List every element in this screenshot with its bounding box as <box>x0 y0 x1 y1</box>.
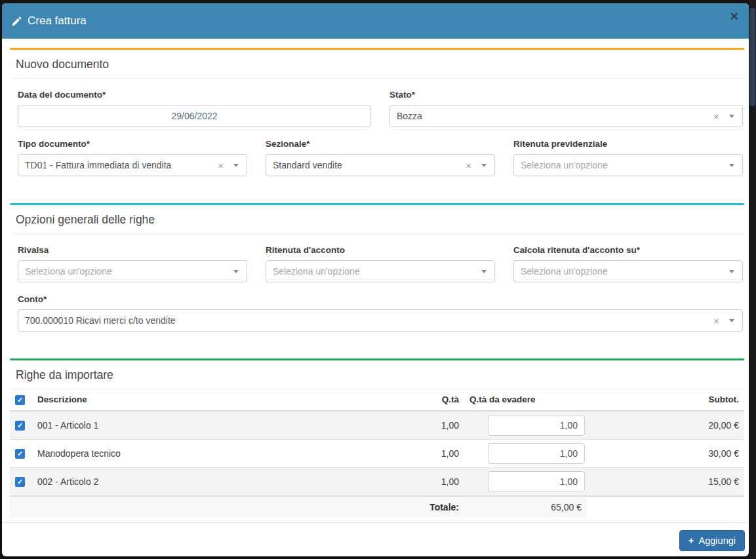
caret-down-icon <box>233 164 239 167</box>
clear-icon[interactable]: × <box>218 161 224 170</box>
row-descrizione: Manodopera tecnico <box>32 439 413 467</box>
clear-icon[interactable]: × <box>466 161 471 170</box>
field-ritenuta-acconto: Ritenuta d'acconto Seleziona un'opzione <box>266 245 495 282</box>
righe-table: ✓ Descrizione Q.tà Q.tà da evadere Subto… <box>10 389 744 518</box>
qta-evadere-input[interactable] <box>488 415 585 436</box>
row-subtot: 30,00 € <box>587 439 744 467</box>
aggiungi-button[interactable]: + Aggiungi <box>679 530 745 551</box>
page-scrollbar-thumb[interactable] <box>749 8 755 106</box>
row-checkbox[interactable]: ✓ <box>15 449 25 459</box>
modal-header: Crea fattura ✕ <box>2 3 749 39</box>
conto-select[interactable]: 700.000010 Ricavi merci c/to vendite × <box>18 309 743 332</box>
row-checkbox[interactable]: ✓ <box>15 477 25 487</box>
caret-down-icon <box>729 164 734 167</box>
row-descrizione: 001 - Articolo 1 <box>32 411 413 440</box>
row-descrizione: 002 - Articolo 2 <box>32 467 413 496</box>
qta-evadere-input[interactable] <box>488 471 585 492</box>
col-header-qta-evadere: Q.tà da evadere <box>464 389 587 411</box>
conto-value: 700.000010 Ricavi merci c/to vendite <box>25 315 713 326</box>
caret-down-icon <box>729 270 734 273</box>
col-header-qta: Q.tà <box>413 389 464 411</box>
stato-label: Stato* <box>389 90 743 100</box>
rivalsa-placeholder: Seleziona un'opzione <box>25 266 233 277</box>
col-header-subtot: Subtot. <box>587 389 744 411</box>
calcola-ritenuta-placeholder: Seleziona un'opzione <box>521 266 729 277</box>
section-nuovo-documento: Nuovo documento Data del documento* Stat… <box>10 48 744 194</box>
section-righe-da-importare: Righe da importare ✓ Descrizione Q.tà Q.… <box>10 358 744 518</box>
sezionale-value: Standard vendite <box>273 160 466 170</box>
caret-down-icon <box>729 319 734 322</box>
col-header-descrizione: Descrizione <box>32 389 413 411</box>
caret-down-icon <box>729 115 734 118</box>
pencil-icon <box>12 16 22 26</box>
totale-label: Totale: <box>10 496 464 518</box>
field-data-documento: Data del documento* <box>18 90 371 127</box>
section-title-opzioni-generali: Opzioni generali delle righe <box>10 205 744 234</box>
section-title-righe: Righe da importare <box>10 360 744 389</box>
row-qta: 1,00 <box>413 411 464 440</box>
caret-down-icon <box>233 270 239 273</box>
clear-icon[interactable]: × <box>713 316 719 326</box>
ritenuta-previdenziale-placeholder: Seleziona un'opzione <box>521 160 729 170</box>
modal-footer: + Aggiungi <box>2 522 749 556</box>
data-documento-input[interactable] <box>18 105 371 127</box>
rivalsa-label: Rivalsa <box>18 245 247 255</box>
modal-title-text: Crea fattura <box>28 14 87 28</box>
sezionale-label: Sezionale* <box>266 139 495 149</box>
select-all-checkbox[interactable]: ✓ <box>15 395 25 405</box>
ritenuta-previdenziale-select[interactable]: Seleziona un'opzione <box>513 154 743 176</box>
row-qta: 1,00 <box>413 467 464 496</box>
stato-select[interactable]: Bozza × <box>389 105 743 127</box>
field-tipo-documento: Tipo documento* TD01 - Fattura immediata… <box>18 139 247 176</box>
totale-value: 65,00 € <box>464 496 587 518</box>
row-subtot: 15,00 € <box>587 467 744 496</box>
field-sezionale: Sezionale* Standard vendite × <box>266 139 495 176</box>
crea-fattura-modal: Crea fattura ✕ Nuovo documento Data del … <box>2 3 749 556</box>
field-calcola-ritenuta: Calcola ritenuta d'acconto su* Seleziona… <box>513 245 743 282</box>
ritenuta-acconto-placeholder: Seleziona un'opzione <box>273 266 481 277</box>
tipo-documento-label: Tipo documento* <box>18 139 247 149</box>
caret-down-icon <box>481 270 487 273</box>
ritenuta-acconto-select[interactable]: Seleziona un'opzione <box>266 260 495 282</box>
page-scrollbar-track <box>749 0 756 559</box>
aggiungi-button-label: Aggiungi <box>699 535 736 546</box>
modal-title: Crea fattura <box>12 14 87 28</box>
field-conto: Conto* 700.000010 Ricavi merci c/to vend… <box>18 294 743 332</box>
clear-icon[interactable]: × <box>713 111 719 121</box>
table-row: ✓ 001 - Articolo 1 1,00 20,00 € <box>10 411 744 440</box>
table-row: ✓ Manodopera tecnico 1,00 30,00 € <box>10 439 744 467</box>
ritenuta-previdenziale-label: Ritenuta previdenziale <box>513 139 743 149</box>
field-ritenuta-previdenziale: Ritenuta previdenziale Seleziona un'opzi… <box>513 139 743 176</box>
stato-value: Bozza <box>397 111 713 121</box>
row-subtot: 20,00 € <box>587 411 744 440</box>
field-stato: Stato* Bozza × <box>389 90 743 127</box>
tipo-documento-select[interactable]: TD01 - Fattura immediata di vendita × <box>18 154 247 176</box>
plus-icon: + <box>688 535 694 545</box>
totale-row: Totale: 65,00 € <box>10 496 744 518</box>
caret-down-icon <box>481 164 487 167</box>
table-row: ✓ 002 - Articolo 2 1,00 15,00 € <box>10 467 744 496</box>
conto-label: Conto* <box>18 294 743 304</box>
table-header-row: ✓ Descrizione Q.tà Q.tà da evadere Subto… <box>10 389 744 411</box>
rivalsa-select[interactable]: Seleziona un'opzione <box>18 260 247 282</box>
row-qta: 1,00 <box>413 439 464 467</box>
row-checkbox[interactable]: ✓ <box>15 421 25 431</box>
qta-evadere-input[interactable] <box>488 443 585 464</box>
calcola-ritenuta-label: Calcola ritenuta d'acconto su* <box>513 245 743 255</box>
section-opzioni-generali: Opzioni generali delle righe Rivalsa Sel… <box>10 203 744 349</box>
ritenuta-acconto-label: Ritenuta d'acconto <box>266 245 495 255</box>
calcola-ritenuta-select[interactable]: Seleziona un'opzione <box>513 260 743 282</box>
close-icon[interactable]: ✕ <box>730 3 739 22</box>
tipo-documento-value: TD01 - Fattura immediata di vendita <box>25 160 218 170</box>
data-documento-label: Data del documento* <box>18 90 371 100</box>
section-title-nuovo-documento: Nuovo documento <box>10 50 744 79</box>
sezionale-select[interactable]: Standard vendite × <box>266 154 495 176</box>
field-rivalsa: Rivalsa Seleziona un'opzione <box>18 245 247 282</box>
